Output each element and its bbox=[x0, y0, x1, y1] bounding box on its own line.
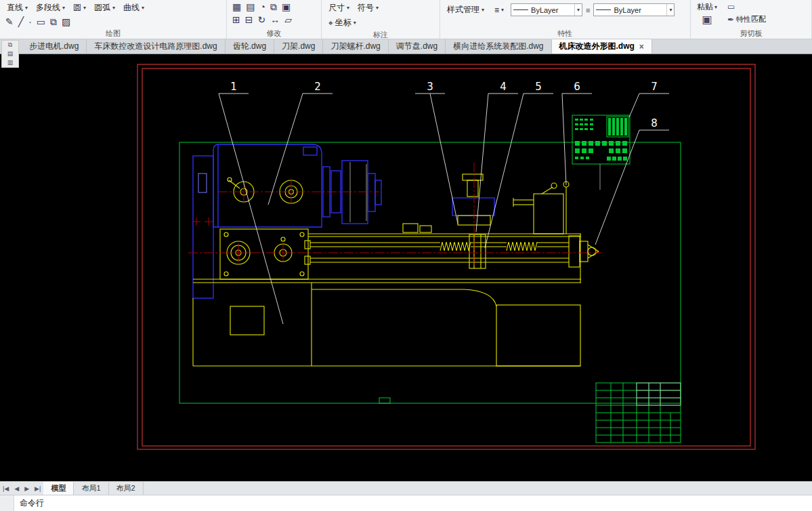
drawing-frame bbox=[137, 64, 755, 449]
linewidth-value: ByLayer bbox=[614, 6, 641, 14]
callout-number: 1 bbox=[230, 81, 237, 93]
curve-tool-label: 曲线 bbox=[123, 2, 140, 14]
copy-icon[interactable]: ⧉ bbox=[270, 1, 277, 12]
circle-tool-button[interactable]: 圆 ▾ bbox=[70, 1, 89, 14]
next-page-icon[interactable]: ▶ bbox=[22, 485, 32, 492]
rectangle-icon[interactable]: ▭ bbox=[37, 16, 45, 27]
prev-page-icon[interactable]: ◀ bbox=[12, 485, 22, 492]
drawing-canvas[interactable]: 1 2 3 4 5 6 7 8 bbox=[0, 54, 812, 481]
rows-icon[interactable]: ▤ bbox=[246, 1, 255, 12]
caret-down-icon: ▾ bbox=[142, 5, 144, 11]
dimension-tool-button[interactable]: 尺寸 ▾ bbox=[325, 1, 353, 14]
clipboard-extra-button[interactable]: ▭ bbox=[725, 1, 768, 12]
curve-tool-button[interactable]: 曲线 ▾ bbox=[120, 1, 148, 14]
doc-tab-label: 横向进给系统装配图.dwg bbox=[453, 41, 543, 52]
caret-down-icon: ▾ bbox=[347, 5, 349, 11]
layout2-tab-label: 布局2 bbox=[116, 483, 135, 493]
layout1-tab[interactable]: 布局1 bbox=[74, 482, 108, 495]
caret-down-icon: ▾ bbox=[112, 5, 115, 11]
style-manager-button[interactable]: 样式管理 ▾ bbox=[444, 3, 488, 16]
line-tool-button[interactable]: 直线 ▾ bbox=[3, 1, 31, 14]
arc-tool-label: 圆弧 bbox=[94, 2, 110, 14]
target-icon: ⌖ bbox=[328, 18, 333, 28]
layout-tab-bar: |◀ ◀ ▶ ▶| 模型 布局1 布局2 bbox=[0, 481, 812, 495]
linetype-value: ByLayer bbox=[531, 6, 558, 14]
style-manager-label: 样式管理 bbox=[447, 4, 479, 16]
match-properties-button[interactable]: ✒ 特性匹配 bbox=[725, 14, 768, 25]
doc-tab[interactable]: 调节盘.dwg bbox=[389, 39, 446, 54]
doc-tab[interactable]: 横向进给系统装配图.dwg bbox=[446, 39, 551, 54]
paste-label: 粘贴 bbox=[697, 1, 713, 13]
command-line[interactable]: 命令行 bbox=[0, 495, 812, 511]
arc-tool-button[interactable]: 圆弧 ▾ bbox=[91, 1, 119, 14]
point-icon[interactable]: · bbox=[28, 16, 32, 27]
caret-down-icon: ▾ bbox=[62, 5, 65, 11]
stretch-icon[interactable]: ↔ bbox=[270, 14, 280, 25]
extend-icon[interactable]: ⊞ bbox=[232, 14, 240, 25]
linewidth-select[interactable]: ByLayer ▾ bbox=[593, 3, 675, 16]
first-page-icon[interactable]: |◀ bbox=[0, 485, 12, 492]
hatch-icon[interactable]: ▨ bbox=[62, 16, 70, 27]
callout-number: 4 bbox=[500, 81, 507, 93]
coordinate-tool-button[interactable]: ⌖ 坐标 ▾ bbox=[325, 16, 360, 29]
layer-list-button[interactable]: ≡ ▾ bbox=[491, 5, 507, 16]
layout2-tab[interactable]: 布局2 bbox=[109, 482, 144, 495]
coordinate-tool-label: 坐标 bbox=[335, 17, 351, 28]
lathe-outline-drawing: 1 2 3 4 5 6 7 8 bbox=[0, 54, 812, 481]
caret-down-icon: ▾ bbox=[354, 20, 356, 26]
doc-tab[interactable]: 车床数控改造设计电路原理图.dwg bbox=[87, 39, 225, 54]
lathe-drawing bbox=[188, 144, 601, 366]
symbol-tool-button[interactable]: 符号 ▾ bbox=[354, 1, 382, 14]
close-tab-icon[interactable]: × bbox=[639, 42, 644, 52]
caret-down-icon: ▾ bbox=[376, 5, 379, 11]
panel-label-draw: 绘图 bbox=[0, 29, 226, 39]
doc-tab[interactable]: 刀架螺杆.dwg bbox=[323, 39, 388, 54]
clock-icon[interactable]: ◔ bbox=[259, 1, 265, 12]
callout-number: 5 bbox=[535, 81, 542, 93]
doc-tab-label: 刀架.dwg bbox=[282, 41, 315, 52]
ribbon-panel-modify: ▦ ▤ ◔ ⧉ ▣ ⊞ ⊟ ↻ ↔ ▱ 修改 bbox=[227, 0, 322, 39]
ribbon-panel-draw: 直线 ▾ 多段线 ▾ 圆 ▾ 圆弧 ▾ 曲线 ▾ bbox=[0, 0, 227, 39]
caret-down-icon: ▾ bbox=[83, 5, 86, 11]
linetype-select[interactable]: ByLayer ▾ bbox=[511, 3, 582, 16]
doc-tab-label: 齿轮.dwg bbox=[233, 41, 266, 52]
rotate-icon[interactable]: ↻ bbox=[257, 14, 265, 25]
menu-icon[interactable]: ≡ bbox=[586, 6, 590, 14]
command-line-label: 命令行 bbox=[14, 497, 44, 509]
skew-icon[interactable]: ▱ bbox=[284, 14, 292, 25]
symbol-tool-label: 符号 bbox=[358, 2, 374, 14]
command-line-gutter bbox=[0, 495, 14, 511]
toolbox-icon[interactable]: ▥ bbox=[2, 58, 18, 67]
palette-toggle-icon[interactable]: ⧉ bbox=[2, 41, 18, 49]
line-tool-label: 直线 bbox=[7, 2, 23, 14]
doc-tab[interactable]: 齿轮.dwg bbox=[226, 39, 274, 54]
ribbon-panel-clipboard: 粘贴 ▾ ▣ ▭ ✒ 特性匹配 剪切板 bbox=[691, 0, 812, 39]
doc-tab-active[interactable]: 机床改造外形图.dwg × bbox=[552, 39, 652, 54]
doc-tab[interactable]: 刀架.dwg bbox=[274, 39, 323, 54]
ribbon: 直线 ▾ 多段线 ▾ 圆 ▾ 圆弧 ▾ 曲线 ▾ bbox=[0, 0, 812, 39]
panel-label-clipboard: 剪切板 bbox=[691, 29, 811, 39]
polyline-tool-button[interactable]: 多段线 ▾ bbox=[33, 1, 68, 14]
panel-icon[interactable]: ▣ bbox=[282, 1, 291, 12]
sheet-set-icon[interactable]: ▤ bbox=[2, 49, 18, 58]
doc-tab[interactable]: 步进电机.dwg bbox=[22, 39, 87, 54]
brush-icon: ✒ bbox=[727, 15, 734, 24]
sheet-border bbox=[179, 142, 681, 403]
side-palette-toolbar: ⧉ ▤ ▥ bbox=[1, 40, 19, 68]
doc-tab-label: 刀架螺杆.dwg bbox=[330, 41, 380, 52]
layout1-tab-label: 布局1 bbox=[81, 483, 100, 493]
last-page-icon[interactable]: ▶| bbox=[32, 485, 43, 492]
paste-button[interactable]: 粘贴 ▾ ▣ bbox=[694, 1, 720, 26]
model-tab[interactable]: 模型 bbox=[43, 482, 74, 495]
model-tab-label: 模型 bbox=[51, 483, 66, 493]
menu-icon: ≡ bbox=[494, 5, 499, 15]
trim-icon[interactable]: ⊟ bbox=[245, 14, 253, 25]
caret-down-icon: ▾ bbox=[25, 5, 28, 11]
rectangle-icon: ▭ bbox=[727, 2, 735, 12]
copy-icon[interactable]: ⧉ bbox=[50, 16, 57, 27]
grid-array-icon[interactable]: ▦ bbox=[232, 1, 241, 12]
document-tab-bar: 步进电机.dwg 车床数控改造设计电路原理图.dwg 齿轮.dwg 刀架.dwg… bbox=[0, 39, 812, 54]
pencil-icon[interactable]: ✎ bbox=[5, 16, 14, 27]
doc-tab-label: 调节盘.dwg bbox=[396, 41, 437, 52]
line-icon[interactable]: ╱ bbox=[18, 16, 24, 27]
